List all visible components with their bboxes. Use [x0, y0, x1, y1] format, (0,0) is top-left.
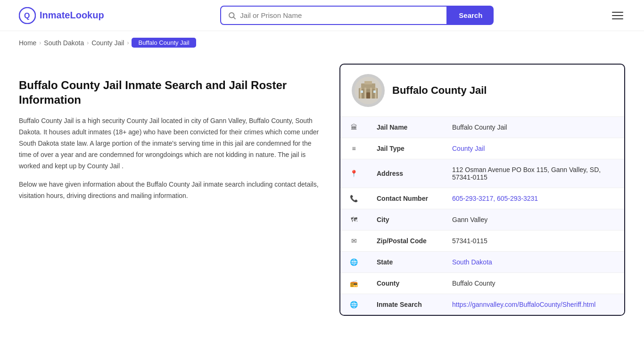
row-link[interactable]: 605-293-3217, 605-293-3231 — [452, 195, 538, 202]
row-value: South Dakota — [443, 252, 624, 273]
table-row: 🏛Jail NameBuffalo County Jail — [340, 117, 624, 138]
breadcrumb-current: Buffalo County Jail — [132, 38, 196, 48]
hamburger-line3 — [612, 18, 623, 19]
row-label: Contact Number — [367, 188, 443, 209]
page-title: Buffalo County Jail Inmate Search and Ja… — [19, 78, 321, 107]
breadcrumb-type[interactable]: County Jail — [91, 39, 124, 47]
table-row: 🌐StateSouth Dakota — [340, 252, 624, 273]
breadcrumb-sep3: › — [127, 40, 129, 46]
main-content: Buffalo County Jail Inmate Search and Ja… — [0, 54, 644, 335]
svg-line-3 — [234, 17, 236, 19]
row-value: 57341-0115 — [443, 230, 624, 252]
table-row: 📻CountyBuffalo County — [340, 273, 624, 294]
right-column: Buffalo County Jail 🏛Jail NameBuffalo Co… — [339, 64, 625, 316]
hamburger-line1 — [612, 12, 623, 13]
svg-rect-9 — [364, 88, 366, 99]
table-row: ✉Zip/Postal Code57341-0115 — [340, 230, 624, 252]
table-row: 🗺CityGann Valley — [340, 209, 624, 230]
row-value: 605-293-3217, 605-293-3231 — [443, 188, 624, 209]
page-desc-1: Buffalo County Jail is a high security C… — [19, 115, 321, 172]
phone-icon: 📞 — [340, 188, 367, 209]
search-input-wrap — [220, 6, 447, 25]
row-label: Inmate Search — [367, 294, 443, 315]
breadcrumb-sep2: › — [87, 40, 89, 46]
state-icon: 🌐 — [340, 252, 367, 273]
table-row: 🌐Inmate Searchhttps://gannvalley.com/Buf… — [340, 294, 624, 315]
search-icon — [228, 11, 236, 20]
row-label: City — [367, 209, 443, 230]
logo-link[interactable]: Q InmateLookup — [19, 7, 104, 24]
row-value: Buffalo County — [443, 273, 624, 294]
row-label: Jail Type — [367, 138, 443, 159]
svg-text:Q: Q — [24, 12, 30, 20]
row-label: Address — [367, 159, 443, 188]
row-value: Gann Valley — [443, 209, 624, 230]
inmate-icon: 🌐 — [340, 294, 367, 315]
row-label: County — [367, 273, 443, 294]
card-thumbnail — [352, 74, 385, 107]
breadcrumb-sep1: › — [39, 40, 41, 46]
zip-icon: ✉ — [340, 230, 367, 252]
breadcrumb-home[interactable]: Home — [19, 39, 36, 47]
row-value: 112 Osman Avenue PO Box 115, Gann Valley… — [443, 159, 624, 188]
card-title: Buffalo County Jail — [392, 84, 487, 97]
menu-button[interactable] — [610, 10, 625, 21]
table-row: 📍Address112 Osman Avenue PO Box 115, Gan… — [340, 159, 624, 188]
left-column: Buffalo County Jail Inmate Search and Ja… — [19, 64, 321, 316]
row-label: Jail Name — [367, 117, 443, 138]
row-value: https://gannvalley.com/BuffaloCounty/She… — [443, 294, 624, 315]
breadcrumb-state[interactable]: South Dakota — [44, 39, 84, 47]
row-label: Zip/Postal Code — [367, 230, 443, 252]
row-value: Buffalo County Jail — [443, 117, 624, 138]
hamburger-line2 — [612, 15, 623, 16]
table-row: ≡Jail TypeCounty Jail — [340, 138, 624, 159]
search-bar: Search — [220, 6, 494, 25]
svg-rect-13 — [361, 90, 363, 93]
svg-rect-7 — [364, 81, 372, 84]
svg-rect-10 — [370, 88, 372, 99]
svg-rect-8 — [360, 88, 362, 99]
card-header: Buffalo County Jail — [340, 65, 624, 117]
table-row: 📞Contact Number605-293-3217, 605-293-323… — [340, 188, 624, 209]
county-icon: 📻 — [340, 273, 367, 294]
search-button[interactable]: Search — [447, 6, 494, 25]
row-label: State — [367, 252, 443, 273]
row-link[interactable]: South Dakota — [452, 258, 492, 266]
jail-icon: 🏛 — [340, 117, 367, 138]
row-link[interactable]: County Jail — [452, 145, 485, 152]
address-icon: 📍 — [340, 159, 367, 188]
site-header: Q InmateLookup Search — [0, 0, 644, 31]
info-card: Buffalo County Jail 🏛Jail NameBuffalo Co… — [339, 64, 625, 316]
row-link[interactable]: https://gannvalley.com/BuffaloCounty/She… — [452, 301, 595, 308]
info-table: 🏛Jail NameBuffalo County Jail≡Jail TypeC… — [340, 117, 624, 315]
city-icon: 🗺 — [340, 209, 367, 230]
type-icon: ≡ — [340, 138, 367, 159]
page-desc-2: Below we have given information about th… — [19, 179, 321, 202]
logo-text: InmateLookup — [40, 10, 104, 21]
breadcrumb: Home › South Dakota › County Jail › Buff… — [0, 31, 644, 54]
logo-icon: Q — [19, 7, 36, 24]
svg-rect-11 — [375, 88, 377, 99]
jail-thumbnail-icon — [354, 76, 382, 105]
svg-rect-12 — [366, 92, 370, 99]
svg-point-2 — [229, 13, 234, 18]
row-value: County Jail — [443, 138, 624, 159]
search-input[interactable] — [240, 7, 440, 24]
svg-rect-14 — [373, 90, 376, 93]
